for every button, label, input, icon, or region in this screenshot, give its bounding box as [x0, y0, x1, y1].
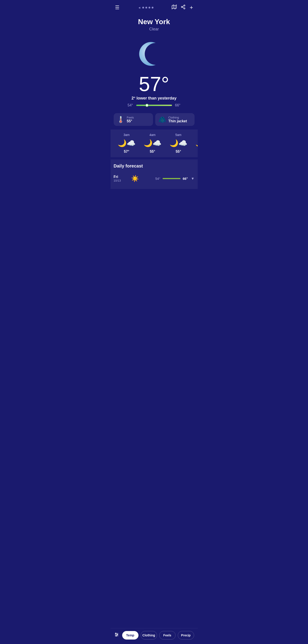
weather-icon-container: [111, 34, 198, 72]
clothing-label: Clothing: [168, 116, 187, 119]
hourly-forecast-section[interactable]: 3am 🌙☁️ 57° 4am 🌙☁️ 55° 5am 🌙☁️ 55° 6am …: [111, 130, 198, 157]
svg-point-3: [184, 5, 185, 6]
hourly-moon-icon-1: 🌙☁️: [118, 139, 136, 147]
menu-button[interactable]: ☰: [115, 5, 119, 10]
feels-label: Feels: [127, 116, 134, 119]
temp-high: 66°: [175, 103, 180, 107]
temp-low: 54°: [128, 103, 133, 107]
daily-sun-icon: ☀️: [131, 175, 139, 182]
dot-4: [152, 7, 153, 8]
hamburger-icon[interactable]: ☰: [115, 5, 119, 10]
hourly-scroll: 3am 🌙☁️ 57° 4am 🌙☁️ 55° 5am 🌙☁️ 55° 6am …: [114, 133, 198, 154]
tab-feels[interactable]: Feels: [159, 631, 176, 640]
svg-point-4: [181, 6, 183, 8]
svg-point-11: [117, 634, 118, 635]
main-temperature: 57°: [115, 74, 193, 94]
temperature-section: 57° 2° lower than yesterday 54° 66°: [111, 72, 198, 110]
city-condition: Clear: [115, 27, 193, 32]
day-name: Fri: [114, 175, 127, 179]
page-indicator: ◄: [138, 6, 153, 10]
hourly-moon-icon-2: 🌙☁️: [144, 139, 161, 147]
daily-day-info: Fri 10/13: [114, 175, 127, 182]
daily-chevron-icon[interactable]: ▼: [191, 177, 195, 181]
dot-2: [145, 7, 147, 8]
daily-low: 54°: [155, 177, 160, 180]
moon-icon: [138, 38, 170, 70]
clothing-text: Clothing Thin jacket: [168, 116, 187, 123]
svg-line-6: [183, 7, 184, 8]
city-name: New York: [115, 18, 193, 26]
clothing-card: 🧥 Clothing Thin jacket: [155, 113, 195, 126]
day-date: 10/13: [114, 179, 127, 182]
hourly-moon-icon-4: 🌙☁️: [195, 139, 198, 147]
filter-icon[interactable]: [114, 632, 119, 638]
map-icon[interactable]: [172, 4, 177, 10]
city-section: New York Clear: [111, 13, 198, 34]
svg-point-5: [184, 8, 185, 9]
add-icon[interactable]: +: [190, 4, 193, 11]
svg-point-9: [115, 633, 116, 634]
daily-temps: 54° 66° ▼: [155, 177, 194, 181]
dot-1: [142, 7, 144, 8]
tab-temp[interactable]: Temp: [122, 631, 138, 640]
app-header: ☰ ◄ +: [111, 0, 198, 13]
header-actions: +: [172, 4, 193, 11]
hourly-item-6am: 6am 🌙☁️ 54°: [191, 133, 198, 154]
feels-like-text: Feels 55°: [127, 116, 134, 123]
hourly-item-5am: 5am 🌙☁️ 55°: [166, 133, 191, 154]
feels-value: 55°: [127, 119, 134, 123]
location-arrow-icon: ◄: [138, 6, 141, 10]
hourly-item-3am: 3am 🌙☁️ 57°: [114, 133, 140, 154]
tab-clothing[interactable]: Clothing: [141, 631, 157, 640]
bottom-nav: Temp Clothing Feels Precip: [111, 628, 198, 644]
daily-forecast-section: Daily forecast Fri 10/13 ☀️ 54° 66° ▼: [111, 160, 198, 189]
temp-bar-indicator: [145, 104, 149, 107]
daily-high: 66°: [183, 177, 188, 180]
temp-range-bar: [136, 105, 172, 106]
svg-point-13: [116, 636, 117, 636]
dot-3: [149, 7, 150, 8]
temp-range: 54° 66°: [115, 103, 193, 107]
temp-comparison: 2° lower than yesterday: [115, 96, 193, 100]
daily-row-fri[interactable]: Fri 10/13 ☀️ 54° 66° ▼: [114, 172, 195, 185]
feels-like-card: 🌡️ Feels 55°: [114, 113, 153, 126]
daily-forecast-title: Daily forecast: [114, 164, 195, 168]
hourly-item-4am: 4am 🌙☁️ 55°: [140, 133, 166, 154]
daily-temp-bar: [163, 178, 180, 179]
info-cards-row: 🌡️ Feels 55° 🧥 Clothing Thin jacket: [111, 110, 198, 130]
share-icon[interactable]: [181, 4, 186, 10]
thermometer-icon: 🌡️: [117, 116, 125, 123]
jacket-icon: 🧥: [158, 116, 166, 123]
svg-marker-0: [172, 5, 176, 9]
tab-precip[interactable]: Precip: [178, 631, 194, 640]
hourly-moon-icon-3: 🌙☁️: [170, 139, 187, 147]
svg-line-7: [183, 6, 184, 7]
clothing-value: Thin jacket: [168, 119, 187, 123]
